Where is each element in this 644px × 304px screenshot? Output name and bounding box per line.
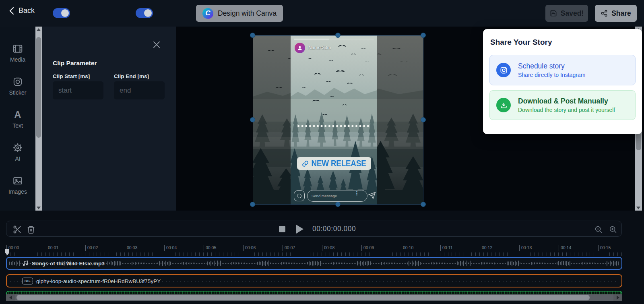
ruler-tick-label: 00:11 [440,245,453,251]
ruler-tick-label: 00:03 [125,245,137,251]
schedule-story-option[interactable]: Schedule story Share directly to Instagr… [489,55,636,85]
instagram-icon [496,63,511,77]
sidebar-label: AI [15,155,20,162]
sidebar-label: Sticker [9,89,27,96]
timeline-section: 00:00:00.000 00:0000:0100:0200:0300:0400… [0,211,644,304]
ruler-tick-label: 00:01 [46,245,58,251]
scroll-up-icon[interactable] [35,27,42,32]
ruler-tick-label: 00:14 [559,245,571,251]
trash-icon[interactable] [27,225,35,234]
canva-logo-icon: C [202,8,213,19]
download-icon [496,98,511,112]
left-sidebar: Media Sticker A Text AI Images [0,27,35,211]
selection-handle-bottom-center[interactable] [335,202,341,207]
new-release-badge[interactable]: NEW RELEASE [297,157,371,170]
canvas-scrollbar-thumb[interactable] [636,133,641,150]
story-progress-bar [294,39,374,39]
clip-start-label: Clip Start [ms] [53,73,90,79]
sidebar-item-images[interactable]: Images [8,176,27,195]
gif-badge-icon: GIF [22,277,33,284]
saved-label: Saved! [561,9,584,18]
popup-title: Share Your Story [490,38,552,47]
sidebar-label: Images [8,188,27,195]
ruler-tick-label: 00:06 [243,245,256,251]
ruler-minor-ticks [6,252,622,256]
saved-button[interactable]: Saved! [545,5,588,22]
scroll-right-icon[interactable] [613,294,622,301]
track-audio[interactable]: Songs of the Wild Elsie.mp3 [6,257,622,270]
sidebar-scrollbar[interactable] [35,27,42,211]
ruler-tick-label: 00:02 [85,245,98,251]
share-label: Share [611,9,631,18]
new-release-label: NEW RELEASE [311,159,366,169]
avatar [295,43,305,53]
play-button[interactable] [296,225,303,234]
share-button[interactable]: Share [595,5,637,22]
zoom-out-icon[interactable] [594,225,603,234]
track-gif[interactable]: GIF giphy-loop-audio-spectrum-fR0eHRdRwB… [6,274,622,287]
selection-handle-top-right[interactable] [421,33,426,38]
toggle-knob [144,9,152,17]
ruler-tick-label: 00:15 [598,245,611,251]
zoom-in-icon[interactable] [609,225,617,234]
toggle-switch-1[interactable] [53,8,70,18]
ruler-tick-label: 00:05 [204,245,216,251]
link-icon [301,160,308,167]
toggle-switch-2[interactable] [136,8,153,18]
story-bottom-bar: Send message ⋮ [291,190,377,202]
back-button[interactable]: Back [9,6,35,15]
timeline-horizontal-scrollbar[interactable] [6,294,622,301]
schedule-story-subtitle: Share directly to Instagram [518,72,585,78]
selection-handle-mid-right[interactable] [421,117,426,122]
stop-button[interactable] [279,226,285,232]
scroll-left-icon[interactable] [6,294,15,301]
music-note-icon [22,260,29,267]
selection-handle-top-center[interactable] [335,33,341,38]
design-with-canva-button[interactable]: C Design with Canva [196,5,283,22]
ruler-tick-label: 00:10 [401,245,413,251]
sidebar-scrollbar-thumb[interactable] [36,37,41,138]
selection-handle-bottom-right[interactable] [421,202,426,207]
camera-icon [294,190,305,201]
toggle-knob [61,9,69,17]
ruler-tick-label: 00:13 [519,245,532,251]
download-option-title: Download & Post Manually [518,97,615,105]
sidebar-item-media[interactable]: Media [10,43,25,63]
download-post-manually-option[interactable]: Download & Post Manually Download the st… [489,90,636,120]
film-icon [12,43,23,54]
timeline-toolbar: 00:00:00.000 [6,221,622,237]
ruler-tick-label: 00:07 [283,245,295,251]
scroll-down-icon[interactable] [35,205,42,211]
ruler-tick-label: 00:09 [361,245,374,251]
sidebar-item-ai[interactable]: AI [12,143,23,162]
share-icon [601,10,608,17]
sidebar-item-text[interactable]: A Text [12,110,23,129]
audio-track-name: Songs of the Wild Elsie.mp3 [32,261,105,267]
selection-handle-bottom-left[interactable] [250,202,255,207]
sidebar-item-sticker[interactable]: Sticker [9,77,27,96]
send-message-placeholder: Send message [312,194,337,198]
scroll-down-icon[interactable] [635,205,642,211]
story-preview-frame: Name 53m NEW RELEASE Send message ⋮ [291,35,377,205]
ruler-tick-label: 00:08 [322,245,334,251]
timeline-scrollbar-thumb[interactable] [17,295,590,300]
clip-end-label: Clip End [ms] [114,73,149,79]
top-bar: Back C Design with Canva Saved! Share [0,0,644,27]
clip-end-input[interactable] [114,81,165,99]
selection-handle-mid-left[interactable] [250,117,255,122]
timecode-display: 00:00:00.000 [312,225,356,233]
download-option-subtitle: Download the story and post it yourself [518,107,615,113]
share-your-story-popup: Share Your Story Schedule story Share di… [483,29,642,134]
selection-handle-top-left[interactable] [250,33,255,38]
story-username: Name 53m [308,45,331,50]
close-icon[interactable] [151,39,163,51]
back-label: Back [19,6,35,15]
canva-button-label: Design with Canva [218,9,277,18]
story-editor-app: Back C Design with Canva Saved! Share Me… [0,0,644,304]
schedule-story-title: Schedule story [518,62,585,70]
sidebar-label: Text [12,122,23,129]
gif-track-name: giphy-loop-audio-spectrum-fR0eHRdRwBU3f7… [36,278,161,284]
clip-start-input[interactable] [53,81,103,99]
person-icon [297,45,303,51]
cut-scissors-icon[interactable] [12,225,22,234]
